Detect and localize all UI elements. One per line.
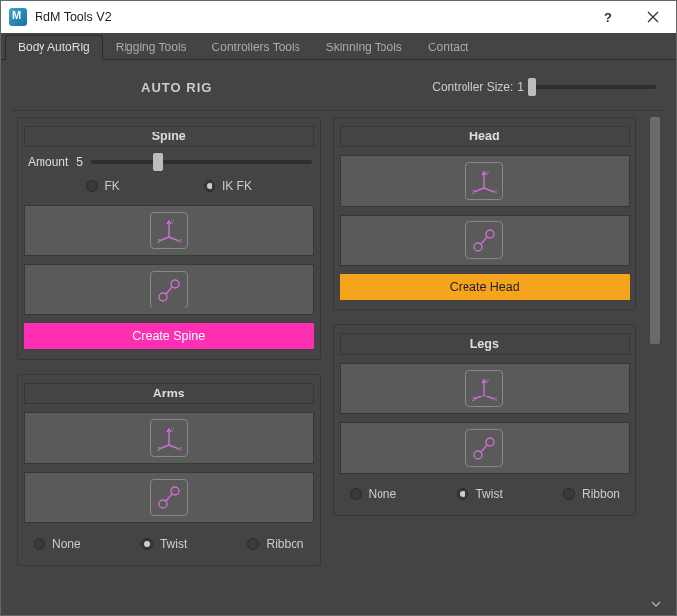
radio-dot-icon <box>204 180 215 192</box>
radio-dot-icon <box>457 488 468 500</box>
tab-controllers-tools[interactable]: Controllers Tools <box>200 35 313 59</box>
svg-text:Y: Y <box>171 220 175 225</box>
axis-locator-icon: Y Z X <box>150 212 188 249</box>
radio-label: None <box>369 487 397 501</box>
spine-radio-ikfk[interactable]: IK FK <box>204 179 252 193</box>
spine-amount-value: 5 <box>76 155 83 169</box>
arms-locator-button[interactable]: Y Z X <box>24 412 314 464</box>
joint-chain-icon <box>465 429 503 467</box>
radio-label: Ribbon <box>582 487 620 501</box>
svg-text:Z: Z <box>157 446 160 452</box>
svg-text:Z: Z <box>157 238 160 244</box>
right-column: Head Y Z X <box>333 117 637 597</box>
svg-text:X: X <box>494 189 498 195</box>
spine-amount-label: Amount <box>26 155 68 169</box>
tab-contact[interactable]: Contact <box>415 35 481 59</box>
legs-radio-ribbon[interactable]: Ribbon <box>563 487 620 501</box>
main-scroll-area: Spine Amount 5 FK IK FK <box>11 110 666 597</box>
bottom-scroll-row <box>11 597 666 611</box>
controller-size-control: Controller Size:1 <box>339 80 663 94</box>
svg-text:X: X <box>179 446 183 452</box>
create-head-button[interactable]: Create Head <box>340 274 631 300</box>
arms-mode-radios: None Twist Ribbon <box>24 533 314 555</box>
spine-mode-radios: FK IK FK <box>24 175 314 197</box>
head-locator-button[interactable]: Y Z X <box>340 155 631 207</box>
spine-radio-fk[interactable]: FK <box>86 179 120 193</box>
svg-text:X: X <box>179 238 183 244</box>
svg-text:Y: Y <box>486 170 490 176</box>
radio-label: IK FK <box>222 179 252 193</box>
joint-chain-icon <box>465 221 503 259</box>
legs-radio-none[interactable]: None <box>350 487 397 501</box>
axis-locator-icon: Y Z X <box>465 370 503 407</box>
arms-panel: Arms Y Z X <box>17 374 321 566</box>
radio-dot-icon <box>86 180 98 192</box>
button-label: Create Spine <box>132 329 205 343</box>
help-button[interactable]: ? <box>585 1 631 33</box>
scrollbar-thumb[interactable] <box>650 117 660 344</box>
spine-joint-button[interactable] <box>24 264 314 315</box>
svg-text:Y: Y <box>486 378 490 384</box>
radio-dot-icon <box>350 488 362 500</box>
radio-label: FK <box>105 179 120 193</box>
head-joint-button[interactable] <box>340 215 631 266</box>
spine-amount-slider-thumb[interactable] <box>153 153 163 171</box>
radio-dot-icon <box>34 538 45 550</box>
vertical-scrollbar[interactable] <box>648 117 662 597</box>
legs-locator-button[interactable]: Y Z X <box>340 363 631 414</box>
tab-rigging-tools[interactable]: Rigging Tools <box>103 35 200 59</box>
radio-dot-icon <box>141 538 153 550</box>
head-heading: Head <box>340 126 631 147</box>
legs-heading: Legs <box>340 333 631 355</box>
controller-size-slider[interactable] <box>528 85 656 89</box>
spine-panel: Spine Amount 5 FK IK FK <box>17 117 321 360</box>
head-panel: Head Y Z X <box>333 117 637 310</box>
joint-chain-icon <box>150 271 188 308</box>
create-spine-button[interactable]: Create Spine <box>24 323 314 349</box>
svg-text:Z: Z <box>472 189 475 195</box>
arms-radio-twist[interactable]: Twist <box>141 537 187 551</box>
spine-amount-row: Amount 5 <box>24 155 314 175</box>
app-logo-icon <box>9 8 27 26</box>
svg-text:Z: Z <box>472 396 475 402</box>
window-title: RdM Tools V2 <box>35 10 585 24</box>
app-window: RdM Tools V2 ? Body AutoRig Rigging Tool… <box>0 0 677 616</box>
controller-size-value: 1 <box>517 80 524 94</box>
axis-locator-icon: Y Z X <box>465 162 503 200</box>
controller-size-slider-thumb[interactable] <box>528 78 536 96</box>
arms-radio-ribbon[interactable]: Ribbon <box>247 537 303 551</box>
close-button[interactable] <box>631 1 676 33</box>
button-label: Create Head <box>450 280 520 294</box>
legs-joint-button[interactable] <box>340 422 631 474</box>
left-column: Spine Amount 5 FK IK FK <box>17 117 321 597</box>
tabbar: Body AutoRig Rigging Tools Controllers T… <box>1 33 676 60</box>
arms-radio-none[interactable]: None <box>34 537 81 551</box>
scroll-down-icon[interactable] <box>650 598 662 610</box>
tab-skinning-tools[interactable]: Skinning Tools <box>313 35 415 59</box>
radio-label: None <box>52 537 81 551</box>
tab-body-autorig[interactable]: Body AutoRig <box>5 35 103 60</box>
axis-locator-icon: Y Z X <box>150 419 188 457</box>
header-row: AUTO RIG Controller Size:1 <box>11 70 666 104</box>
legs-mode-radios: None Twist Ribbon <box>340 484 631 505</box>
radio-label: Twist <box>160 537 187 551</box>
radio-dot-icon <box>247 538 259 550</box>
titlebar: RdM Tools V2 ? <box>1 1 676 33</box>
arms-heading: Arms <box>24 383 314 404</box>
legs-panel: Legs Y Z X <box>333 324 637 516</box>
legs-radio-twist[interactable]: Twist <box>457 487 502 501</box>
svg-text:X: X <box>494 396 498 402</box>
radio-dot-icon <box>563 488 575 500</box>
spine-amount-slider[interactable] <box>91 160 311 164</box>
autorig-heading: AUTO RIG <box>15 80 339 95</box>
controller-size-label: Controller Size: <box>432 80 513 94</box>
content-area: AUTO RIG Controller Size:1 Spine Amount … <box>1 60 676 615</box>
joint-chain-icon <box>150 479 188 516</box>
radio-label: Ribbon <box>266 537 303 551</box>
spine-locator-button[interactable]: Y Z X <box>24 205 314 256</box>
svg-text:Y: Y <box>171 427 175 433</box>
radio-label: Twist <box>475 487 502 501</box>
arms-joint-button[interactable] <box>24 472 314 523</box>
spine-heading: Spine <box>24 126 314 147</box>
